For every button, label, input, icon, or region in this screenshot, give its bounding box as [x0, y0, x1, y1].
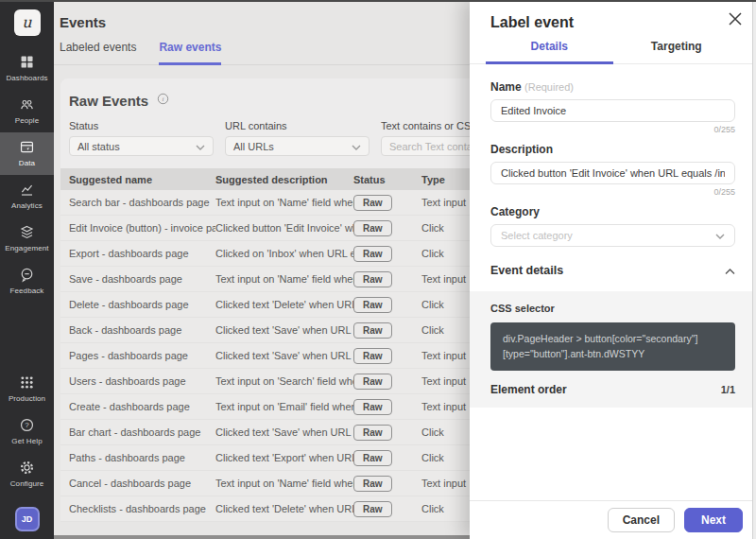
- sidebar-item-analytics[interactable]: Analytics: [0, 175, 54, 217]
- event-suggested-name: Save - dashboards page: [69, 273, 215, 285]
- userpilot-logo[interactable]: u: [14, 9, 41, 36]
- event-suggested-name: Users - dashboards page: [69, 375, 215, 387]
- tab-targeting[interactable]: Targeting: [613, 40, 741, 63]
- event-suggested-name: Checklists - dashboards page: [69, 503, 215, 514]
- status-filter-select[interactable]: All status: [69, 136, 214, 156]
- raw-status-badge[interactable]: Raw: [353, 501, 392, 517]
- info-icon[interactable]: i: [157, 92, 169, 109]
- panel-title: Label event: [470, 0, 756, 31]
- feedback-icon: [19, 267, 35, 283]
- event-suggested-description: Clicked text 'Save' when URL eq…: [215, 350, 353, 361]
- event-suggested-name: Edit Invoice (button) - invoice page: [69, 222, 215, 234]
- element-order-value: 1/1: [721, 384, 735, 395]
- next-button[interactable]: Next: [684, 508, 743, 532]
- status-filter-label: Status: [69, 120, 214, 131]
- event-suggested-name: Bar chart - dashboards page: [69, 426, 215, 438]
- description-field-label: Description: [490, 143, 735, 156]
- chevron-down-icon: [196, 141, 205, 152]
- label-event-panel: Label event Details Targeting Name (Requ…: [470, 0, 756, 539]
- raw-status-badge[interactable]: Raw: [353, 476, 392, 492]
- event-details-title: Event details: [490, 264, 563, 277]
- raw-status-badge[interactable]: Raw: [353, 348, 392, 364]
- sidebar-item-engagement[interactable]: Engagement: [0, 217, 54, 260]
- scrollbar-track[interactable]: [752, 0, 756, 539]
- sidebar-item-feedback[interactable]: Feedback: [0, 260, 54, 303]
- event-suggested-name: Export - dashboards page: [69, 248, 215, 259]
- tab-details[interactable]: Details: [486, 40, 613, 64]
- analytics-icon: [19, 182, 35, 198]
- chevron-down-icon: [715, 230, 725, 241]
- description-field[interactable]: [490, 162, 735, 184]
- event-suggested-description: Text input on 'Search' field whe…: [215, 375, 353, 387]
- event-suggested-description: Text input on 'Name' field when…: [215, 197, 353, 208]
- raw-status-badge[interactable]: Raw: [353, 195, 392, 211]
- element-order-label: Element order: [490, 383, 567, 396]
- panel-tab-bar: Details Targeting: [470, 40, 756, 64]
- logo-letter: u: [22, 15, 31, 30]
- sidebar-nav: Dashboards People Data Analytics Engagem…: [0, 47, 54, 303]
- chevron-down-icon: [352, 141, 361, 152]
- raw-status-badge[interactable]: Raw: [353, 425, 392, 441]
- sidebar-item-data[interactable]: Data: [0, 132, 54, 175]
- category-select[interactable]: Select category: [490, 224, 735, 247]
- panel-footer: Cancel Next: [470, 500, 756, 539]
- event-suggested-description: Clicked text 'Save' when URL eq…: [215, 324, 353, 336]
- sidebar-item-label: Feedback: [10, 287, 44, 295]
- column-status: Status: [353, 174, 421, 185]
- close-icon[interactable]: [727, 10, 744, 27]
- event-suggested-description: Clicked text 'Save' when URL eq…: [215, 426, 353, 438]
- raw-status-badge[interactable]: Raw: [353, 271, 392, 287]
- sidebar-item-get-help[interactable]: ? Get Help: [0, 410, 54, 453]
- event-suggested-description: Clicked on 'Inbox' when URL eq…: [215, 248, 353, 259]
- sidebar-item-label: Engagement: [5, 244, 48, 252]
- user-avatar[interactable]: JD: [15, 507, 40, 531]
- sidebar-item-production[interactable]: Production: [0, 368, 54, 410]
- category-field-label: Category: [490, 205, 735, 218]
- sidebar-item-configure[interactable]: Configure: [0, 453, 54, 496]
- url-filter-group: URL contains All URLs: [225, 120, 369, 156]
- url-filter-label: URL contains: [225, 120, 369, 131]
- event-suggested-description: Text input on 'Name' field when…: [215, 273, 353, 285]
- css-selector-label: CSS selector: [490, 303, 735, 314]
- event-details-toggle[interactable]: Event details: [490, 262, 735, 291]
- tab-raw-events[interactable]: Raw events: [159, 41, 221, 65]
- required-hint: (Required): [524, 81, 574, 93]
- avatar-initials: JD: [22, 514, 33, 524]
- status-filter-value: All status: [77, 141, 120, 152]
- sidebar-item-people[interactable]: People: [0, 90, 54, 132]
- event-suggested-description: Clicked button 'Edit Invoice' whe…: [215, 222, 353, 234]
- help-icon: ?: [19, 417, 35, 433]
- event-suggested-name: Search bar - dashboards page: [69, 197, 215, 208]
- sidebar-item-dashboards[interactable]: Dashboards: [0, 47, 54, 90]
- raw-status-badge[interactable]: Raw: [353, 374, 392, 390]
- sidebar-item-label: Analytics: [11, 201, 43, 210]
- name-field-label: Name (Required): [490, 80, 735, 94]
- event-suggested-name: Create - dashboards page: [69, 401, 215, 412]
- event-suggested-name: Pages - dashboards page: [69, 350, 215, 361]
- sidebar-item-label: Get Help: [11, 437, 42, 445]
- sidebar-item-label: Data: [19, 159, 35, 167]
- raw-status-badge[interactable]: Raw: [353, 297, 392, 313]
- url-filter-select[interactable]: All URLs: [225, 136, 369, 156]
- category-placeholder: Select category: [501, 230, 573, 241]
- cancel-button[interactable]: Cancel: [608, 508, 675, 532]
- name-char-counter: 0/255: [490, 125, 735, 134]
- event-suggested-description: Clicked text 'Delete' when URL e…: [215, 503, 353, 514]
- raw-events-title: Raw Events: [69, 93, 148, 109]
- event-suggested-description: Clicked text 'Export' when URL e…: [215, 452, 353, 463]
- sidebar-item-label: People: [15, 116, 40, 125]
- tab-labeled-events[interactable]: Labeled events: [60, 41, 136, 64]
- column-suggested-name: Suggested name: [69, 174, 215, 185]
- name-field[interactable]: [490, 99, 735, 122]
- people-icon: [19, 96, 35, 113]
- url-filter-value: All URLs: [233, 141, 274, 152]
- raw-status-badge[interactable]: Raw: [353, 399, 392, 415]
- raw-status-badge[interactable]: Raw: [353, 322, 392, 339]
- sidebar-item-label: Configure: [10, 479, 44, 488]
- sidebar: u Dashboards People Data Analytics: [0, 0, 54, 539]
- raw-status-badge[interactable]: Raw: [353, 220, 392, 236]
- raw-status-badge[interactable]: Raw: [353, 246, 392, 262]
- data-icon: [19, 139, 35, 155]
- raw-status-badge[interactable]: Raw: [353, 450, 392, 466]
- configure-icon: [19, 460, 35, 476]
